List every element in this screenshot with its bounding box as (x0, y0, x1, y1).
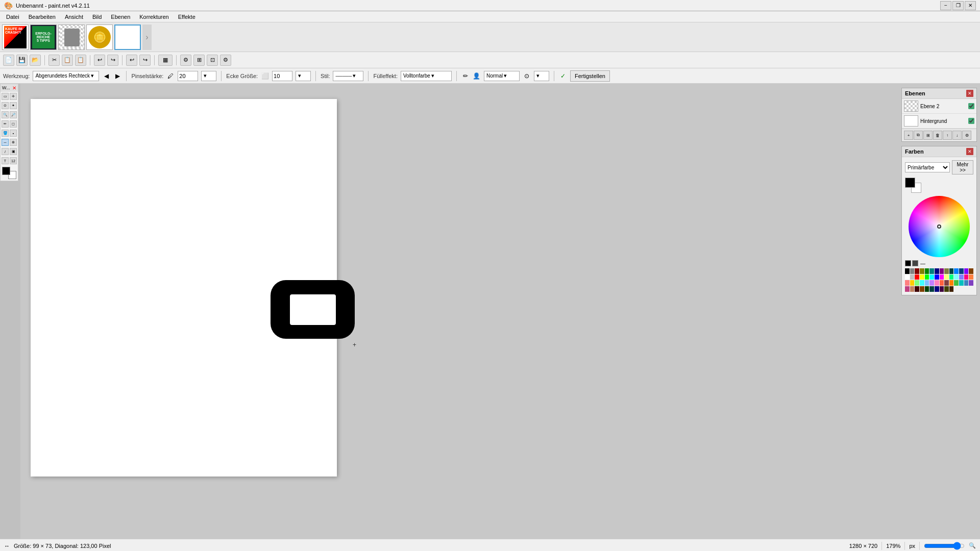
palette-color[interactable] (935, 274, 939, 280)
color-wheel[interactable] (909, 196, 970, 257)
toolbar-copy[interactable]: 📋 (62, 55, 73, 66)
layers-copy-button[interactable]: ⧉ (914, 131, 923, 140)
pinsel-dropdown[interactable]: ▾ (201, 71, 216, 81)
fertigstellen-button[interactable]: Fertigstellen (570, 70, 610, 82)
palette-color[interactable] (920, 268, 924, 274)
tool-select-magic[interactable]: ✦ (10, 102, 17, 109)
ecke-input[interactable] (272, 71, 292, 81)
palette-color[interactable] (944, 274, 949, 280)
tool-select-rect[interactable]: ▭ (2, 93, 9, 100)
palette-color[interactable] (935, 286, 939, 292)
palette-color[interactable] (935, 268, 939, 274)
toolbar-paste[interactable]: 📋 (75, 55, 86, 66)
zoom-slider[interactable] (924, 542, 965, 550)
tool-bucket[interactable]: 🪣 (2, 130, 9, 137)
palette-color[interactable] (954, 274, 959, 280)
toolbar-undo2[interactable]: ↩ (126, 55, 137, 66)
palette-color[interactable] (905, 286, 910, 292)
mini-swatches-more[interactable]: — (920, 261, 925, 266)
palette-color[interactable] (949, 268, 954, 274)
stil-dropdown[interactable]: ─────▾ (333, 71, 363, 81)
toolbar-redo2[interactable]: ↪ (139, 55, 151, 66)
tool-next-icon[interactable]: ▶ (113, 72, 121, 80)
palette-color[interactable] (905, 268, 910, 274)
palette-color[interactable] (944, 286, 949, 292)
toolbar-redo[interactable]: ↪ (107, 55, 118, 66)
restore-button[interactable]: ❐ (952, 1, 964, 10)
layers-merge-button[interactable]: ⊞ (923, 131, 933, 140)
palette-color[interactable] (969, 268, 973, 274)
palette-color[interactable] (954, 280, 959, 286)
toolbar-settings3[interactable]: ⊡ (207, 55, 218, 66)
palette-color[interactable] (969, 274, 973, 280)
menu-ansicht[interactable]: Ansicht (61, 13, 87, 21)
minimize-button[interactable]: − (940, 1, 951, 10)
menu-datei[interactable]: Datei (2, 13, 23, 21)
thumbnail-4[interactable]: 🪙 (86, 24, 113, 50)
palette-color[interactable] (929, 280, 934, 286)
palette-color[interactable] (964, 280, 969, 286)
palette-color[interactable] (964, 274, 969, 280)
palette-color[interactable] (929, 274, 934, 280)
palette-color[interactable] (905, 280, 910, 286)
menu-korrekturen[interactable]: Korrekturen (135, 13, 173, 21)
float-color-swatches[interactable] (2, 167, 16, 179)
mini-swatch-dark[interactable] (912, 260, 918, 266)
float-close-button[interactable]: ✕ (12, 85, 16, 91)
palette-color[interactable] (915, 274, 919, 280)
layers-up-button[interactable]: ↑ (943, 131, 952, 140)
layer-bg-checkbox[interactable] (968, 118, 974, 124)
layers-close-button[interactable]: ✕ (966, 90, 973, 97)
thumbnail-5[interactable] (114, 24, 141, 50)
palette-color[interactable] (949, 286, 954, 292)
tool-eraser[interactable]: ◻ (10, 120, 17, 128)
palette-color[interactable] (925, 280, 929, 286)
close-button[interactable]: ✕ (965, 1, 976, 10)
palette-color[interactable] (940, 286, 944, 292)
tool-rect-select2[interactable]: ▪ (10, 130, 17, 137)
color-fg-swatch[interactable] (905, 178, 915, 188)
toolbar-new[interactable]: 📄 (3, 55, 14, 66)
palette-color[interactable] (940, 268, 944, 274)
toolbar-save[interactable]: 💾 (16, 55, 28, 66)
tool-zoom[interactable]: 🔍 (2, 111, 9, 118)
palette-color[interactable] (954, 268, 959, 274)
palette-color[interactable] (935, 280, 939, 286)
menu-bild[interactable]: Bild (88, 13, 106, 21)
palette-color[interactable] (915, 280, 919, 286)
float-tools-header[interactable]: W... ✕ (1, 84, 18, 92)
pinselstarke-input[interactable] (178, 71, 198, 81)
toolbar-undo[interactable]: ↩ (94, 55, 105, 66)
opacity-dropdown[interactable]: ▾ (534, 71, 549, 81)
palette-color[interactable] (959, 268, 964, 274)
palette-color[interactable] (910, 268, 915, 274)
palette-color[interactable] (940, 274, 944, 280)
layer-item-2[interactable]: Ebene 2 (902, 99, 976, 114)
toolbar-settings4[interactable]: ⚙ (220, 55, 231, 66)
tool-text[interactable]: T (2, 157, 9, 164)
tool-pan[interactable]: 🔎 (10, 111, 17, 118)
palette-color[interactable] (964, 268, 969, 274)
color-mode-dropdown[interactable]: Primärfarbe Sekundärfarbe (905, 162, 950, 172)
layer-2-checkbox[interactable] (968, 103, 974, 109)
layers-down-button[interactable]: ↓ (952, 131, 962, 140)
toolbar-open[interactable]: 📂 (30, 55, 41, 66)
tool-dropdown[interactable]: Abgerundetes Rechteck ▾ (33, 71, 99, 81)
mini-swatch-black[interactable] (905, 260, 911, 266)
palette-color[interactable] (949, 280, 954, 286)
thumbnail-1[interactable]: KAUFE IMCRASH?! (2, 24, 29, 50)
tool-gradient[interactable]: ▣ (10, 148, 17, 155)
tool-move[interactable]: ✛ (10, 93, 17, 100)
palette-color[interactable] (949, 274, 954, 280)
palette-color[interactable] (969, 280, 973, 286)
layers-delete-button[interactable]: 🗑 (933, 131, 942, 140)
canvas-area[interactable]: + (20, 84, 898, 539)
thumbnail-2[interactable]: ERFOLG-REICHE5 TIPPS (30, 24, 57, 50)
toolbar-settings1[interactable]: ⚙ (180, 55, 191, 66)
palette-color[interactable] (940, 280, 944, 286)
tool-brush[interactable]: ─ (2, 139, 9, 146)
palette-color[interactable] (905, 274, 910, 280)
layers-settings-button[interactable]: ⚙ (962, 131, 971, 140)
fulleffekt-dropdown[interactable]: Volltonfarbe ▾ (401, 71, 452, 81)
colors-mehr-button[interactable]: Mehr >> (952, 160, 973, 174)
